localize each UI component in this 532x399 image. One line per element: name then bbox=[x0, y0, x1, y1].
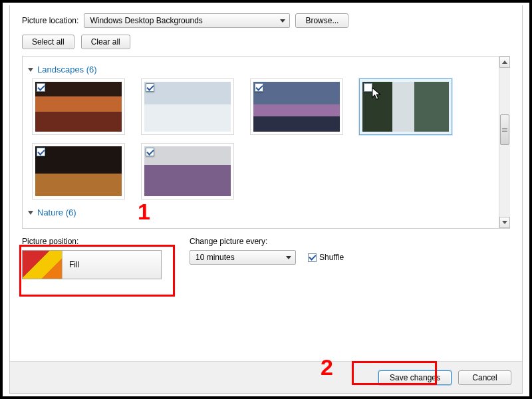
wallpaper-thumbnail[interactable] bbox=[359, 78, 452, 135]
wallpaper-thumbnail[interactable] bbox=[141, 143, 234, 200]
picture-position-select[interactable]: Fill bbox=[22, 250, 162, 279]
category-landscapes-label: Landscapes (6) bbox=[37, 65, 97, 74]
thumbnail-image bbox=[35, 146, 122, 196]
thumbnail-checkbox[interactable] bbox=[146, 148, 154, 156]
shuffle-checkbox[interactable]: Shuffle bbox=[308, 253, 344, 262]
save-changes-label: Save changes bbox=[390, 373, 440, 382]
gallery-scrollbar[interactable] bbox=[499, 57, 510, 228]
change-interval-label: Change picture every: bbox=[190, 237, 344, 246]
thumbnail-checkbox[interactable] bbox=[146, 83, 154, 92]
position-preview-icon bbox=[23, 251, 63, 279]
change-interval-select[interactable]: 10 minutes bbox=[190, 250, 296, 265]
scroll-down-button[interactable] bbox=[499, 217, 510, 228]
wallpaper-thumbnail[interactable] bbox=[32, 143, 125, 200]
chevron-down-icon bbox=[286, 256, 291, 259]
scroll-thumb[interactable] bbox=[500, 114, 509, 145]
thumbnail-image bbox=[144, 82, 231, 132]
thumbnail-checkbox[interactable] bbox=[37, 148, 45, 156]
wallpaper-thumbnail[interactable] bbox=[250, 78, 343, 135]
scroll-up-button[interactable] bbox=[499, 57, 510, 68]
thumbnail-checkbox[interactable] bbox=[37, 83, 45, 92]
checkbox-icon bbox=[308, 253, 317, 262]
wallpaper-thumbnail[interactable] bbox=[32, 78, 125, 135]
category-nature[interactable]: Nature (6) bbox=[28, 207, 493, 217]
picture-location-value: Windows Desktop Backgrounds bbox=[90, 16, 202, 25]
cancel-label: Cancel bbox=[472, 373, 497, 382]
expand-icon bbox=[28, 68, 33, 72]
picture-position-value: Fill bbox=[63, 260, 154, 269]
select-all-label: Select all bbox=[32, 37, 65, 47]
select-all-button[interactable]: Select all bbox=[22, 35, 74, 49]
thumbnail-image bbox=[362, 82, 449, 132]
thumbnail-checkbox[interactable] bbox=[364, 83, 372, 92]
wallpaper-gallery: Landscapes (6) Nature (6) bbox=[22, 56, 510, 229]
picture-position-label: Picture position: bbox=[22, 237, 162, 246]
thumbnail-image bbox=[35, 82, 122, 132]
cancel-button[interactable]: Cancel bbox=[458, 370, 511, 385]
clear-all-label: Clear all bbox=[91, 37, 120, 47]
scroll-track[interactable] bbox=[499, 68, 510, 217]
thumbnail-image bbox=[253, 82, 340, 132]
shuffle-label: Shuffle bbox=[319, 253, 344, 262]
thumbnail-image bbox=[144, 146, 231, 196]
category-nature-label: Nature (6) bbox=[37, 207, 76, 217]
save-changes-button[interactable]: Save changes bbox=[378, 370, 452, 385]
browse-button[interactable]: Browse... bbox=[295, 13, 348, 28]
wallpaper-thumbnail[interactable] bbox=[141, 78, 234, 135]
expand-icon bbox=[28, 211, 33, 215]
picture-location-select[interactable]: Windows Desktop Backgrounds bbox=[84, 13, 290, 28]
thumbnail-checkbox[interactable] bbox=[255, 83, 263, 92]
category-landscapes[interactable]: Landscapes (6) bbox=[28, 65, 493, 74]
change-interval-value: 10 minutes bbox=[196, 253, 235, 262]
browse-button-label: Browse... bbox=[305, 16, 338, 25]
chevron-down-icon bbox=[280, 19, 285, 23]
clear-all-button[interactable]: Clear all bbox=[81, 35, 130, 49]
picture-location-label: Picture location: bbox=[22, 16, 78, 25]
